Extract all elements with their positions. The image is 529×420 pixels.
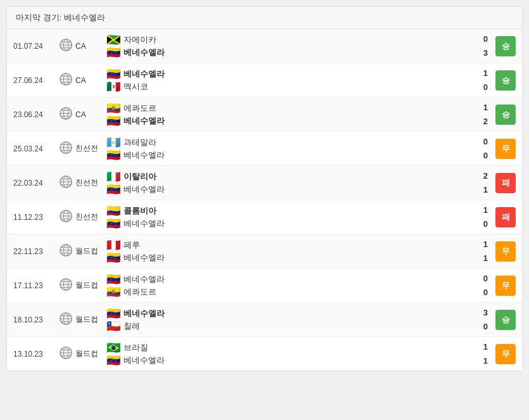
team1-flag: 🇻🇪 <box>107 275 120 284</box>
team2-name: 베네수엘라 <box>124 150 165 161</box>
scores: 1 1 <box>476 341 495 367</box>
team1-name: 베네수엘라 <box>124 308 165 319</box>
team1-name: 에콰도르 <box>124 103 156 114</box>
score2: 0 <box>483 286 488 299</box>
score2: 3 <box>483 47 488 60</box>
matches-list: 01.07.24 CA 🇯🇲 자메이카 🇻🇪 베네수엘라 <box>7 29 522 371</box>
scores: 1 2 <box>476 101 495 127</box>
globe-icon <box>59 175 73 191</box>
team1-row: 🇻🇪 베네수엘라 <box>107 308 471 319</box>
team2-row: 🇻🇪 베네수엘라 <box>107 355 471 366</box>
scores: 0 0 <box>476 136 495 162</box>
competition-label: 월드컵 <box>75 280 98 291</box>
match-date: 22.03.24 <box>13 179 59 188</box>
team1-row: 🇻🇪 베네수엘라 <box>107 274 471 285</box>
globe-icon <box>59 38 73 54</box>
team1-name: 베네수엘라 <box>124 274 165 285</box>
globe-icon <box>59 209 73 225</box>
team1-name: 자메이카 <box>124 34 156 46</box>
score1: 2 <box>483 170 488 182</box>
scores: 1 0 <box>476 204 495 230</box>
team1-row: 🇨🇴 콜롬비아 <box>107 205 471 217</box>
score1: 0 <box>483 272 488 285</box>
globe-icon <box>59 312 73 328</box>
team1-name: 베네수엘라 <box>124 68 165 80</box>
team1-name: 과테말라 <box>124 137 156 148</box>
table-row: 27.06.24 CA 🇻🇪 베네수엘라 🇲🇽 멕시코 <box>7 63 522 98</box>
team1-flag: 🇧🇷 <box>107 343 120 352</box>
teams: 🇻🇪 베네수엘라 🇲🇽 멕시코 <box>102 68 476 92</box>
globe-icon <box>59 277 73 293</box>
team2-name: 베네수엘라 <box>124 184 165 195</box>
team2-name: 베네수엘라 <box>124 47 165 58</box>
matches-container: 마지막 경기: 베네수엘라 01.07.24 CA 🇯🇲 자메이카 🇻🇪 베네 <box>6 6 523 371</box>
team1-name: 이탈리아 <box>124 171 156 182</box>
competition-label: 월드컵 <box>75 348 98 359</box>
match-date: 25.03.24 <box>13 144 59 153</box>
teams: 🇯🇲 자메이카 🇻🇪 베네수엘라 <box>102 34 476 58</box>
competition-label: 친선전 <box>75 177 98 188</box>
score2: 0 <box>483 218 488 231</box>
score1: 1 <box>483 67 488 80</box>
competition: CA <box>59 38 102 54</box>
result-badge: 무 <box>495 139 516 159</box>
team2-row: 🇻🇪 베네수엘라 <box>107 218 471 229</box>
team2-flag: 🇨🇱 <box>107 322 120 331</box>
match-date: 23.06.24 <box>13 110 59 119</box>
team2-flag: 🇲🇽 <box>107 82 120 91</box>
table-row: 01.07.24 CA 🇯🇲 자메이카 🇻🇪 베네수엘라 <box>7 29 522 63</box>
score1: 3 <box>483 307 488 319</box>
team2-row: 🇪🇨 에콰도르 <box>107 286 471 298</box>
globe-icon <box>59 141 73 156</box>
match-date: 17.11.23 <box>13 281 59 290</box>
team2-name: 에콰도르 <box>124 286 156 298</box>
match-date: 18.10.23 <box>13 315 59 324</box>
result-badge: 패 <box>495 207 516 227</box>
competition-label: 친선전 <box>75 212 98 222</box>
score2: 0 <box>483 321 488 333</box>
scores: 1 1 <box>476 238 495 264</box>
result-badge: 무 <box>495 276 516 296</box>
result-badge: 패 <box>495 173 516 193</box>
team2-flag: 🇻🇪 <box>107 151 120 160</box>
team2-flag: 🇻🇪 <box>107 117 120 125</box>
score2: 1 <box>483 252 488 265</box>
table-row: 23.06.24 CA 🇪🇨 에콰도르 🇻🇪 베네수엘라 <box>7 98 522 132</box>
teams: 🇪🇨 에콰도르 🇻🇪 베네수엘라 <box>102 103 476 127</box>
competition: 월드컵 <box>59 346 102 362</box>
team2-flag: 🇻🇪 <box>107 185 120 194</box>
team2-name: 베네수엘라 <box>124 218 165 229</box>
team2-row: 🇻🇪 베네수엘라 <box>107 184 471 195</box>
score2: 0 <box>483 81 488 94</box>
result-badge: 승 <box>495 70 516 91</box>
team2-row: 🇲🇽 멕시코 <box>107 81 471 92</box>
competition: CA <box>59 72 102 88</box>
team1-row: 🇵🇪 페루 <box>107 239 471 251</box>
team2-flag: 🇻🇪 <box>107 253 120 262</box>
competition: 친선전 <box>59 175 102 191</box>
competition: 친선전 <box>59 141 102 156</box>
result-badge: 승 <box>495 310 516 330</box>
scores: 0 3 <box>476 33 495 59</box>
table-row: 22.11.23 월드컵 🇵🇪 페루 🇻🇪 베네수엘라 <box>7 234 522 269</box>
result-badge: 승 <box>495 36 516 56</box>
team2-name: 베네수엘라 <box>124 252 165 264</box>
table-row: 18.10.23 월드컵 🇻🇪 베네수엘라 🇨🇱 칠레 <box>7 303 522 337</box>
table-row: 22.03.24 친선전 🇮🇹 이탈리아 🇻🇪 베네수엘라 <box>7 166 522 200</box>
competition: 월드컵 <box>59 312 102 328</box>
team2-name: 멕시코 <box>124 81 148 92</box>
score2: 2 <box>483 115 488 128</box>
teams: 🇵🇪 페루 🇻🇪 베네수엘라 <box>102 239 476 264</box>
scores: 3 0 <box>476 307 495 333</box>
table-row: 13.10.23 월드컵 🇧🇷 브라질 🇻🇪 베네수엘라 <box>7 337 522 371</box>
competition: CA <box>59 106 102 122</box>
team1-flag: 🇪🇨 <box>107 104 120 113</box>
team1-row: 🇬🇹 과테말라 <box>107 137 471 148</box>
team2-name: 베네수엘라 <box>124 355 165 366</box>
score2: 1 <box>483 355 488 367</box>
result-badge: 무 <box>495 344 516 364</box>
teams: 🇧🇷 브라질 🇻🇪 베네수엘라 <box>102 342 476 366</box>
competition: 월드컵 <box>59 277 102 293</box>
match-date: 13.10.23 <box>13 350 59 359</box>
team2-flag: 🇻🇪 <box>107 356 120 365</box>
